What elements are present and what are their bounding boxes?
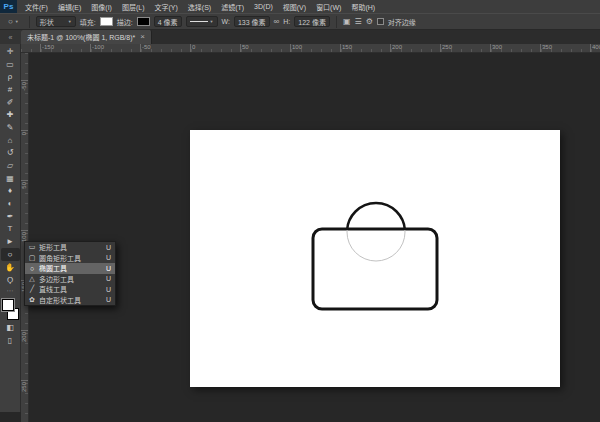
ruler-number: 0 xyxy=(21,130,28,180)
menu-item[interactable]: 编辑(E) xyxy=(53,0,86,13)
clone-stamp-tool[interactable]: ⌂ xyxy=(1,134,20,147)
ruler-number: -50 xyxy=(21,80,28,130)
menu-item[interactable]: 窗口(W) xyxy=(311,0,346,13)
gear-icon[interactable]: ⚙ xyxy=(366,18,373,26)
menu-item[interactable]: 选择(S) xyxy=(183,0,216,13)
flyout-menu-item[interactable]: ✿ 自定形状工具 U xyxy=(25,295,115,306)
menu-item[interactable]: 图层(L) xyxy=(117,0,150,13)
tab-bar: « 未标题-1 @ 100%(椭圆 1, RGB/8)* × xyxy=(0,30,600,44)
shape-width-field[interactable]: 133 像素 xyxy=(234,16,270,27)
ruler-number: 50 xyxy=(240,44,290,52)
document-tab-title: 未标题-1 @ 100%(椭圆 1, RGB/8)* xyxy=(27,32,135,42)
crop-tool[interactable]: # xyxy=(1,83,20,96)
stroke-width-value: 4 像素 xyxy=(158,17,178,27)
brush-tool[interactable]: ✎ xyxy=(1,121,20,134)
menu-items: 文件(F)编辑(E)图像(I)图层(L)文字(Y)选择(S)滤镜(T)3D(D)… xyxy=(20,0,380,13)
toolbar: ✛▭ρ#✐✚✎⌂↺▱▦♦◐✒T►○✋Ϙ ⋯ ◧ ▯ xyxy=(0,44,21,412)
menu-item[interactable]: 滤镜(T) xyxy=(216,0,249,13)
lasso-tool[interactable]: ρ xyxy=(1,70,20,83)
menu-item[interactable]: 帮助(H) xyxy=(346,0,380,13)
flyout-item-label: 椭圆工具 xyxy=(39,263,103,273)
screen-mode-icon[interactable]: ▯ xyxy=(1,334,20,347)
options-bar: ○ ▼ 形状 ▼ 填充: 描边: 4 像素 ▼ W: 133 像素 ∞ H: 1… xyxy=(0,13,600,30)
stroke-width-field[interactable]: 4 像素 xyxy=(154,16,182,27)
link-dimensions-icon[interactable]: ∞ xyxy=(274,18,280,26)
flyout-item-label: 圆角矩形工具 xyxy=(39,253,103,263)
type-tool[interactable]: T xyxy=(1,223,20,236)
flyout-menu-item[interactable]: ▭ 矩形工具 U xyxy=(25,242,115,253)
dodge-tool[interactable]: ◐ xyxy=(1,197,20,210)
ruler-number: 300 xyxy=(490,44,540,52)
shape-height-field[interactable]: 122 像素 xyxy=(294,16,330,27)
chevron-down-icon: ▼ xyxy=(68,20,72,24)
zoom-tool[interactable]: Ϙ xyxy=(1,273,20,286)
ps-logo[interactable]: Ps xyxy=(0,0,17,13)
gradient-tool[interactable]: ▦ xyxy=(1,172,20,185)
ruler-number: 150 xyxy=(340,44,390,52)
history-brush-tool[interactable]: ↺ xyxy=(1,147,20,160)
eraser-tool[interactable]: ▱ xyxy=(1,159,20,172)
vertical-ruler[interactable]: -50050100150200250 xyxy=(21,53,29,422)
menu-item[interactable]: 文字(Y) xyxy=(149,0,182,13)
move-tool[interactable]: ✛ xyxy=(1,45,20,58)
flyout-menu-item[interactable]: △ 多边形工具 U xyxy=(25,274,115,285)
tool-mode-select[interactable]: 形状 ▼ xyxy=(36,16,76,27)
flyout-item-shortcut: U xyxy=(106,265,111,272)
ruler-number: -150 xyxy=(40,44,90,52)
align-edges-checkbox[interactable] xyxy=(377,18,384,25)
shape-icon: ▢ xyxy=(28,254,36,262)
healing-brush-tool[interactable]: ✚ xyxy=(1,108,20,121)
ruler-number: 400 xyxy=(590,44,600,52)
menu-item[interactable]: 图像(I) xyxy=(86,0,117,13)
align-edges-label: 对齐边缘 xyxy=(388,17,416,27)
shape-width-value: 133 像素 xyxy=(238,17,266,27)
stroke-style-picker[interactable]: ▼ xyxy=(186,16,218,27)
ruler-number: 250 xyxy=(440,44,490,52)
shape-icon: ╱ xyxy=(28,285,36,293)
shape-height-value: 122 像素 xyxy=(298,17,326,27)
path-alignment-icon[interactable]: ☰ xyxy=(354,18,361,26)
flyout-menu-item[interactable]: ▢ 圆角矩形工具 U xyxy=(25,253,115,264)
toolbar-collapse-button[interactable]: « xyxy=(0,30,21,44)
tool-preset-picker[interactable]: ○ ▼ xyxy=(4,16,23,27)
ruler-number: 250 xyxy=(21,380,28,422)
hand-tool[interactable]: ✋ xyxy=(1,261,20,274)
blur-tool[interactable]: ♦ xyxy=(1,185,20,198)
shape-tool[interactable]: ○ xyxy=(1,248,20,261)
fill-color-swatch[interactable] xyxy=(100,17,113,26)
flyout-item-label: 直线工具 xyxy=(39,284,103,294)
flyout-item-shortcut: U xyxy=(106,286,111,293)
flyout-item-shortcut: U xyxy=(106,296,111,303)
quick-mask-icon[interactable]: ◧ xyxy=(1,321,20,334)
path-operations-icon[interactable]: ▣ xyxy=(343,18,351,26)
rounded-rect-shape[interactable] xyxy=(313,229,437,309)
marquee-tool[interactable]: ▭ xyxy=(1,58,20,71)
horizontal-ruler[interactable]: -150-100-50050100150200250300350400 xyxy=(21,44,600,53)
shape-tool-flyout-menu: ▭ 矩形工具 U ▢ 圆角矩形工具 U ○ 椭圆工具 U △ 多边形工具 U ╱… xyxy=(24,241,116,306)
stroke-color-swatch[interactable] xyxy=(137,17,150,26)
ruler-number: 200 xyxy=(21,330,28,380)
ruler-number: -50 xyxy=(140,44,190,52)
menu-item[interactable]: 3D(D) xyxy=(249,0,278,13)
ellipse-tool-icon: ○ xyxy=(8,18,13,26)
flyout-item-label: 多边形工具 xyxy=(39,274,103,284)
eyedropper-tool[interactable]: ✐ xyxy=(1,96,20,109)
menu-item[interactable]: 文件(F) xyxy=(20,0,53,13)
foreground-color-swatch[interactable] xyxy=(2,299,14,311)
path-selection-tool[interactable]: ► xyxy=(1,235,20,248)
document-tab[interactable]: 未标题-1 @ 100%(椭圆 1, RGB/8)* × xyxy=(21,30,152,44)
close-icon[interactable]: × xyxy=(140,33,145,41)
ruler-number: -100 xyxy=(90,44,140,52)
separator xyxy=(29,16,30,28)
flyout-menu-item[interactable]: ╱ 直线工具 U xyxy=(25,284,115,295)
edit-toolbar-icon[interactable]: ⋯ xyxy=(1,286,20,296)
menu-item[interactable]: 视图(V) xyxy=(278,0,311,13)
tool-mode-value: 形状 xyxy=(40,17,54,27)
ruler-number: 200 xyxy=(390,44,440,52)
color-swatches xyxy=(1,298,20,321)
shape-icon: ✿ xyxy=(28,296,36,304)
flyout-item-label: 矩形工具 xyxy=(39,242,103,252)
flyout-menu-item[interactable]: ○ 椭圆工具 U xyxy=(25,263,115,274)
canvas[interactable] xyxy=(190,130,560,387)
pen-tool[interactable]: ✒ xyxy=(1,210,20,223)
